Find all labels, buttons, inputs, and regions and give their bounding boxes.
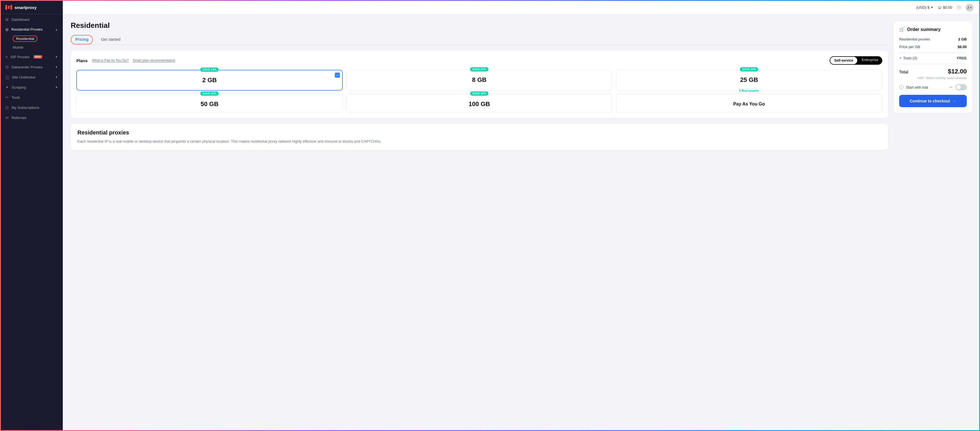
- header: (USD) $ ▼ 🗂 $0.00 ㊉ J ▼: [63, 1, 979, 14]
- checkout-button[interactable]: Continue to checkout →: [899, 95, 967, 107]
- plans-toggle: Self-service Enterprise: [830, 56, 882, 65]
- order-summary-title: 🛒 Order summary: [899, 27, 967, 32]
- tools-label[interactable]: ▼ Tools (3): [899, 56, 917, 60]
- checkout-arrow-icon: →: [952, 99, 956, 103]
- most-popular-badge: $ Most popular: [737, 88, 762, 93]
- sidebar-item-isp-proxies[interactable]: ≡ ISP Proxies NEW ▼: [1, 52, 62, 62]
- chevron-down-icon: ▼: [55, 55, 58, 59]
- price-per-gb-label: Price per GB: [899, 45, 920, 49]
- plan-size: Pay As You Go: [620, 101, 878, 107]
- order-product-amount: 2 GB: [958, 37, 967, 41]
- order-product-row: Residential proxies 2 GB: [899, 37, 967, 41]
- order-total-row: Total $12.00: [899, 68, 967, 75]
- sidebar-item-site-unblocker[interactable]: ◫ Site Unblocker ▼: [1, 72, 62, 82]
- tab-pricing[interactable]: Pricing: [71, 35, 93, 44]
- sidebar-item-referrals[interactable]: ⇄ Referrals: [1, 113, 62, 123]
- plan-size: 25 GB: [620, 76, 878, 84]
- wallet-balance: 🗂 $0.00: [938, 5, 952, 10]
- sidebar-subitem-residential[interactable]: Residential: [1, 34, 62, 43]
- residential-proxies-icon: ◎: [5, 27, 8, 32]
- plan-50gb[interactable]: SAVE 30% 50 GB: [76, 94, 343, 113]
- desc-text: Each residential IP is a real mobile or …: [78, 139, 881, 144]
- main-content: (USD) $ ▼ 🗂 $0.00 ㊉ J ▼ Residential Pric…: [63, 1, 979, 430]
- left-panel: Residential Pricing Get started Plans: [71, 21, 888, 423]
- plans-grid: SAVE 14% 2 GB ✓ SAVE 21% 8 GB SAVE 26% 2…: [76, 70, 882, 113]
- sidebar-item-dashboard[interactable]: ⊞ Dashboard: [1, 14, 62, 24]
- page-title: Residential: [71, 21, 888, 30]
- sidebar-item-my-subscriptions[interactable]: ⊡ My Subscriptions: [1, 102, 62, 113]
- pay-as-you-go-link[interactable]: What is Pay As You Go?: [92, 59, 129, 62]
- page-content: Residential Pricing Get started Plans: [63, 14, 979, 430]
- site-unblocker-icon: ◫: [5, 75, 9, 79]
- plan-size: 50 GB: [81, 100, 338, 108]
- plan-25gb[interactable]: SAVE 26% 25 GB $ Most popular: [616, 70, 882, 90]
- logo-icon: [5, 5, 12, 10]
- isp-proxies-icon: ≡: [5, 55, 8, 59]
- tabs-wrapper: Pricing Get started: [71, 35, 888, 45]
- tools-free-badge: FREE: [957, 56, 967, 60]
- plan-save-badge: SAVE 30%: [200, 92, 218, 96]
- sidebar-subitem-mobile[interactable]: Mobile: [1, 43, 62, 52]
- plans-header: Plans What is Pay As You Go? Smart plan …: [76, 56, 882, 65]
- translate-icon[interactable]: ㊉: [957, 5, 961, 10]
- trial-info-icon[interactable]: i: [899, 85, 904, 89]
- plan-8gb[interactable]: SAVE 21% 8 GB: [346, 70, 612, 90]
- plan-pay-as-you-go[interactable]: Pay As You Go: [616, 94, 882, 113]
- description-section: Residential proxies Each residential IP …: [71, 124, 888, 150]
- plan-size: 2 GB: [81, 76, 338, 84]
- avatar[interactable]: J ▼: [966, 4, 974, 11]
- plans-card: Plans What is Pay As You Go? Smart plan …: [71, 51, 888, 118]
- tabs-row: Pricing Get started: [71, 35, 888, 45]
- plan-save-badge: SAVE 21%: [470, 67, 488, 71]
- trial-arrow-icon: →: [948, 84, 953, 90]
- new-badge: NEW: [33, 55, 42, 59]
- sidebar-item-scraping[interactable]: ✦ Scraping ▼: [1, 82, 62, 92]
- vat-note: +VAT / Billed monthly (auto-renewal): [899, 76, 967, 79]
- trial-toggle[interactable]: [956, 84, 967, 90]
- total-value: $12.00: [948, 68, 967, 75]
- plan-100gb[interactable]: SAVE 36% 100 GB: [346, 94, 612, 113]
- sidebar-item-datacenter-proxies[interactable]: ⊟ Datacenter Proxies ▼: [1, 62, 62, 72]
- currency-selector[interactable]: (USD) $ ▼: [916, 5, 934, 10]
- enterprise-toggle-btn[interactable]: Enterprise: [858, 56, 882, 65]
- subscriptions-icon: ⊡: [5, 105, 9, 110]
- plans-links: What is Pay As You Go? Smart plan recomm…: [92, 59, 175, 62]
- smart-plan-link[interactable]: Smart plan recommendation: [133, 59, 175, 62]
- referrals-icon: ⇄: [5, 115, 9, 120]
- datacenter-icon: ⊟: [5, 65, 9, 69]
- tab-get-started[interactable]: Get started: [100, 35, 121, 45]
- order-product-label: Residential proxies: [899, 37, 930, 41]
- price-per-gb-value: $6.00: [958, 45, 967, 49]
- plan-save-badge: SAVE 26%: [740, 67, 758, 71]
- plan-size: 100 GB: [351, 100, 608, 108]
- plan-2gb[interactable]: SAVE 14% 2 GB ✓: [76, 70, 343, 90]
- plan-save-badge: SAVE 14%: [200, 68, 218, 72]
- chevron-down-icon: ▼: [931, 6, 934, 9]
- scraping-icon: ✦: [5, 85, 9, 89]
- order-summary: 🛒 Order summary Residential proxies 2 GB…: [894, 21, 972, 113]
- trial-row: i Start with trial →: [899, 84, 967, 90]
- desc-title: Residential proxies: [78, 129, 881, 136]
- tools-icon: ✂: [5, 95, 9, 100]
- sidebar: smartproxy ⊞ Dashboard ◎ Residential Pro…: [1, 1, 63, 430]
- chevron-down-icon: ▼: [899, 57, 902, 60]
- plan-selected-check: ✓: [335, 73, 340, 78]
- chevron-down-icon: ▼: [55, 65, 58, 69]
- self-service-toggle-btn[interactable]: Self-service: [830, 57, 857, 64]
- logo[interactable]: smartproxy: [1, 1, 62, 14]
- dashboard-icon: ⊞: [5, 17, 9, 22]
- total-label: Total: [899, 70, 908, 74]
- order-tools-row: ▼ Tools (3) FREE: [899, 56, 967, 60]
- chevron-up-icon: ▲: [55, 28, 58, 31]
- avatar-chevron-icon: ▼: [970, 6, 972, 9]
- chevron-down-icon: ▼: [55, 75, 58, 79]
- plans-label: Plans: [76, 58, 88, 63]
- trial-label: Start with trial: [906, 85, 946, 89]
- sidebar-item-residential-proxies[interactable]: ◎ Residential Proxies ▲: [1, 24, 62, 34]
- sidebar-item-tools[interactable]: ✂ Tools: [1, 92, 62, 102]
- plan-save-badge: SAVE 36%: [470, 92, 488, 96]
- wallet-icon: 🗂: [938, 5, 942, 10]
- chevron-down-icon: ▼: [55, 86, 58, 89]
- plan-size: 8 GB: [351, 76, 608, 84]
- order-price-row: Price per GB $6.00: [899, 45, 967, 49]
